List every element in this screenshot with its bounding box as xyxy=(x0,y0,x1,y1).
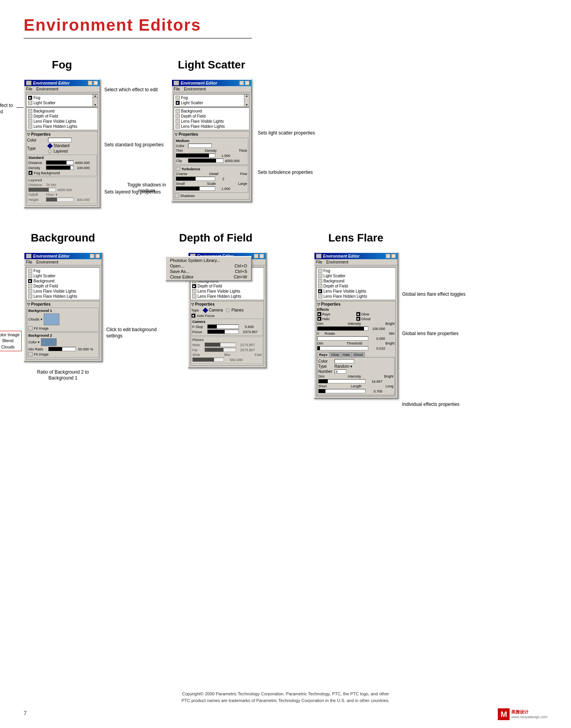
rays-tog[interactable]: ■ xyxy=(317,312,322,316)
lf-eff-fog[interactable]: Fog xyxy=(317,268,395,273)
menu-environment[interactable]: Environment xyxy=(36,87,58,91)
rays-num-input[interactable]: 4 xyxy=(334,369,346,374)
effect-lensflare-hid[interactable]: Lens Flare Hidden Lights xyxy=(27,124,97,129)
auto-focus-tog[interactable]: ■ xyxy=(191,313,196,318)
ls-eff-ls[interactable]: ■Light Scatter xyxy=(175,100,244,105)
bg-bg-t[interactable]: ■ xyxy=(28,279,32,283)
scroll-down[interactable]: ▼ xyxy=(93,103,98,106)
lf-bg-t[interactable] xyxy=(318,279,322,283)
near-slider[interactable] xyxy=(205,343,236,347)
lf-fog-t[interactable] xyxy=(318,269,322,273)
ls-bg[interactable]: Background xyxy=(175,109,248,114)
dof-dof-t[interactable]: ■ xyxy=(192,284,196,288)
intensity-slider[interactable] xyxy=(317,326,368,331)
lf-eff-bg[interactable]: Background xyxy=(317,278,395,284)
bg-fog-t[interactable] xyxy=(28,269,32,273)
dof-lfv-t[interactable] xyxy=(192,289,196,293)
lf-eff-lfv[interactable]: ■Lens Flare Visible Lights xyxy=(317,289,395,294)
fog-toggle[interactable]: ■ xyxy=(28,96,32,100)
bg-menu-file[interactable]: File xyxy=(26,260,32,264)
dof-eff-lfv[interactable]: Lens Flare Visible Lights xyxy=(191,289,263,294)
lf-eff-ls[interactable]: Light Scatter xyxy=(317,273,395,278)
glow-tog[interactable]: ■ xyxy=(356,312,360,316)
effect-dof[interactable]: Depth of Field xyxy=(27,114,97,119)
bg-menu-env[interactable]: Environment xyxy=(36,260,58,264)
lf-eff-dof[interactable]: Depth of Field xyxy=(317,284,395,289)
lf-menu-env[interactable]: Environment xyxy=(326,260,348,264)
turb-slider1[interactable] xyxy=(176,177,215,181)
rays-len-slider[interactable] xyxy=(318,389,366,393)
popup-photolux[interactable]: Photolux System Library... xyxy=(167,258,250,263)
far-slider[interactable] xyxy=(205,348,236,352)
turb-toggle[interactable] xyxy=(176,167,180,171)
lf-lfh-t[interactable] xyxy=(318,294,322,299)
dof-close[interactable]: ✕ xyxy=(259,254,264,258)
color-dropdown[interactable]: Color ▾ xyxy=(28,340,40,344)
ls-scroll-down[interactable]: ▼ xyxy=(244,103,249,106)
camera-radio[interactable]: Camera xyxy=(203,308,223,312)
effect-background[interactable]: Background xyxy=(27,109,97,114)
bg-eff-lfh[interactable]: Lens Flare Hidden Lights xyxy=(27,294,99,299)
ls-menu-file[interactable]: File xyxy=(174,87,180,91)
height-slider[interactable] xyxy=(46,197,74,202)
ls-fog-tog[interactable] xyxy=(176,96,180,100)
lf-lfv-t[interactable]: ■ xyxy=(318,289,322,293)
bg-minimize[interactable]: − xyxy=(90,254,94,258)
bg2-preview[interactable] xyxy=(41,338,57,346)
bg-eff-dof[interactable]: Depth of Field xyxy=(27,284,99,289)
lf-menu-file[interactable]: File xyxy=(316,260,322,264)
turb-slider2[interactable] xyxy=(176,186,215,191)
dof-toggle[interactable] xyxy=(28,114,32,118)
rays-color-box[interactable] xyxy=(334,359,354,363)
ls-toggle[interactable] xyxy=(28,101,32,105)
ls-minimize[interactable]: − xyxy=(239,81,244,85)
density-slider[interactable] xyxy=(46,166,74,170)
ls-density-slider[interactable] xyxy=(176,153,215,158)
ls-lfv-tog[interactable] xyxy=(176,119,180,123)
ghost-tog[interactable]: ■ xyxy=(356,317,360,321)
ls-clip-slider[interactable] xyxy=(188,159,224,163)
lfh-toggle[interactable] xyxy=(28,124,32,129)
ls-lfh-tog[interactable] xyxy=(176,124,180,129)
ls-ls-tog[interactable]: ■ xyxy=(176,101,180,105)
bg-lfv-t[interactable] xyxy=(28,289,32,293)
blur-slider[interactable] xyxy=(192,358,224,362)
ls-bg-tog[interactable] xyxy=(176,109,180,113)
effect-fog[interactable]: ■ Fog xyxy=(27,95,92,100)
bg-preview[interactable] xyxy=(44,313,59,325)
tab-glow[interactable]: Glow xyxy=(329,352,341,357)
threshold-slider[interactable] xyxy=(317,346,368,350)
bg-close[interactable]: ✕ xyxy=(95,254,100,258)
bg-dof-t[interactable] xyxy=(28,284,32,288)
bg-ls-t[interactable] xyxy=(28,274,32,278)
l-dist-slider[interactable] xyxy=(28,188,56,192)
bg-lfh-t[interactable] xyxy=(28,294,32,299)
standard-radio[interactable]: Standard xyxy=(48,144,70,148)
popup-open[interactable]: Open...Ctrl+O xyxy=(167,263,250,269)
planes-radio[interactable]: Planes xyxy=(226,308,244,312)
fstop-slider[interactable] xyxy=(207,324,239,329)
lfv-toggle[interactable] xyxy=(28,119,32,123)
halo-tog[interactable]: ■ xyxy=(317,317,322,321)
bg-eff-bg[interactable]: ■Background xyxy=(27,278,99,284)
color-box[interactable] xyxy=(48,138,72,142)
lf-close[interactable]: ✕ xyxy=(391,254,396,258)
dof-eff-lfh[interactable]: Lens Flare Hidden Lights xyxy=(191,294,263,299)
bg-eff-lfv[interactable]: Lens Flare Visible Lights xyxy=(27,289,99,294)
layered-radio[interactable]: Layered xyxy=(48,149,70,153)
tab-rays[interactable]: Rays xyxy=(317,352,330,357)
distance-slider[interactable] xyxy=(46,160,74,165)
menu-file[interactable]: File xyxy=(26,87,32,91)
focus-slider[interactable] xyxy=(207,330,239,334)
dof-lfh-t[interactable] xyxy=(192,294,196,299)
scroll-up[interactable]: ▲ xyxy=(93,94,98,98)
clouds-dropdown[interactable]: Clouds ▾ xyxy=(28,317,43,321)
ls-dof-tog[interactable] xyxy=(176,114,180,118)
lf-minimize[interactable]: − xyxy=(386,254,390,258)
popup-close[interactable]: Close EditorCtrl+W xyxy=(167,274,250,280)
rays-int-slider[interactable] xyxy=(318,379,366,383)
lf-dof-t[interactable] xyxy=(318,284,322,288)
ls-dof[interactable]: Depth of Field xyxy=(175,114,248,119)
popup-save[interactable]: Save As...Ctrl+S xyxy=(167,269,250,274)
ls-lfv[interactable]: Lens Flare Visible Lights xyxy=(175,119,248,124)
